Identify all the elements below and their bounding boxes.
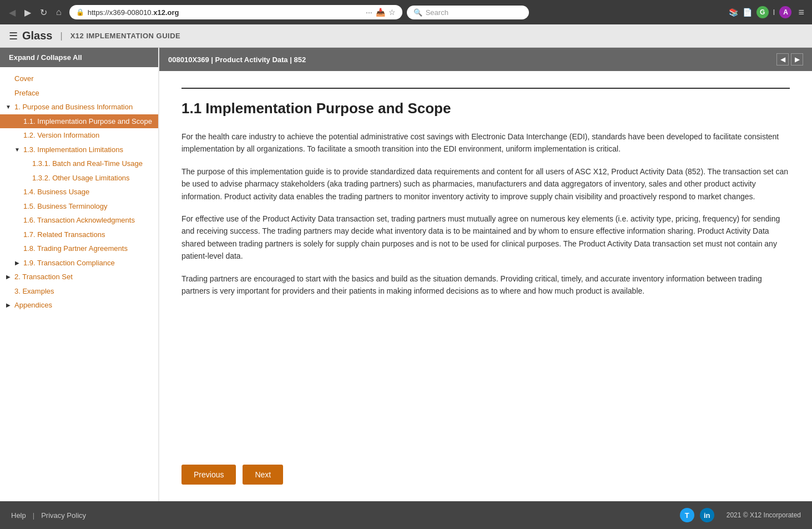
toc-item-s1-1[interactable]: 1.1. Implementation Purpose and Scope	[0, 114, 158, 129]
content-title: 1.1 Implementation Purpose and Scope	[181, 100, 790, 117]
toc-item-s1-3-2[interactable]: 1.3.2. Other Usage Limitations	[0, 171, 158, 185]
content-panel: 008010X369 | Product Activity Data | 852…	[159, 48, 812, 501]
more-icon[interactable]: ···	[366, 8, 372, 17]
footer-privacy-link[interactable]: Privacy Policy	[41, 511, 86, 520]
toc-label-s1-6: 1.6. Transaction Acknowledgments	[23, 215, 135, 226]
footer-separator: |	[33, 511, 34, 520]
back-button[interactable]: ◀	[6, 6, 19, 19]
profile-g-icon[interactable]: G	[756, 6, 769, 18]
toc-item-appendices[interactable]: ▶ Appendices	[0, 298, 158, 313]
address-text: https://x369-008010.x12.org	[88, 8, 362, 17]
toc-item-s1-3-1[interactable]: 1.3.1. Batch and Real-Time Usage	[0, 157, 158, 171]
address-bar-actions: ··· 📥 ☆	[366, 8, 396, 17]
toc-label-s1-9: 1.9. Transaction Compliance	[23, 258, 115, 269]
toc-item-s1-7[interactable]: 1.7. Related Transactions	[0, 228, 158, 242]
content-paragraph-2: The purpose of this implementation guide…	[181, 165, 790, 203]
page-footer: Help | Privacy Policy T in 2021 © X12 In…	[0, 501, 812, 529]
toc-label-s1-8: 1.8. Trading Partner Agreements	[23, 243, 128, 254]
content-body: 1.1 Implementation Purpose and Scope For…	[159, 71, 812, 454]
toc-toggle-s1-3-1	[22, 160, 30, 168]
lock-icon: 🔒	[76, 8, 84, 16]
footer-copyright: 2021 © X12 Incorporated	[727, 511, 801, 519]
toc-toggle-s1-7	[13, 230, 21, 238]
content-prev-arrow[interactable]: ◀	[776, 53, 789, 66]
footer-help-link[interactable]: Help	[11, 511, 26, 520]
toc-toggle-s3	[4, 287, 12, 295]
reload-button[interactable]: ↻	[37, 6, 51, 19]
toc-label-s3: 3. Examples	[14, 286, 54, 297]
toc-toggle-s1-2	[13, 132, 21, 139]
toc-item-cover[interactable]: Cover	[0, 72, 158, 86]
search-icon: 🔍	[413, 8, 422, 17]
main-container: Expand / Collapse All Cover Preface ▼ 1.…	[0, 48, 812, 501]
toc-item-s3[interactable]: 3. Examples	[0, 284, 158, 299]
next-button[interactable]: Next	[243, 465, 283, 485]
content-paragraph-4: Trading partners are encouraged to start…	[181, 273, 790, 298]
toc-item-s1-9[interactable]: ▶ 1.9. Transaction Compliance	[0, 256, 158, 270]
toc-toggle-s1-6	[13, 216, 21, 224]
browser-menu-button[interactable]: ≡	[796, 6, 806, 19]
sidebar-header[interactable]: Expand / Collapse All	[0, 48, 158, 67]
address-bar[interactable]: 🔒 https://x369-008010.x12.org ··· 📥 ☆	[69, 5, 402, 19]
toc-toggle-s1-1	[13, 117, 21, 125]
app-separator: |	[60, 31, 62, 41]
app-subtitle: X12 IMPLEMENTATION GUIDE	[70, 32, 181, 40]
browser-right-icons: 📚 📄 G I A ≡	[729, 6, 806, 19]
content-header-label: 008010X369 | Product Activity Data | 852	[168, 56, 306, 64]
persona-icon[interactable]: I	[773, 8, 775, 17]
previous-button[interactable]: Previous	[181, 465, 236, 485]
toc-label-s1-3-2: 1.3.2. Other Usage Limitations	[32, 173, 130, 184]
content-divider	[181, 88, 790, 89]
toc-toggle-preface	[4, 89, 12, 97]
reader-icon[interactable]: 📄	[743, 8, 752, 17]
content-header: 008010X369 | Product Activity Data | 852…	[159, 48, 812, 71]
search-bar[interactable]: 🔍 Search	[407, 6, 529, 19]
app-menu-button[interactable]: ☰	[9, 30, 18, 42]
toc-toggle-s1-9: ▶	[13, 259, 21, 266]
home-button[interactable]: ⌂	[53, 6, 65, 18]
sidebar: Expand / Collapse All Cover Preface ▼ 1.…	[0, 48, 158, 501]
toc-label-s1-4: 1.4. Business Usage	[23, 187, 89, 198]
library-icon[interactable]: 📚	[729, 8, 738, 17]
app-header: ☰ Glass | X12 IMPLEMENTATION GUIDE	[0, 24, 812, 48]
toc-toggle-s1-5	[13, 202, 21, 210]
toc-toggle-s1-4	[13, 188, 21, 196]
toc-label-s1-3-1: 1.3.1. Batch and Real-Time Usage	[32, 158, 143, 169]
content-next-arrow[interactable]: ▶	[791, 53, 803, 66]
toc-toggle-s2: ▶	[4, 273, 12, 281]
content-footer-buttons: Previous Next	[159, 454, 812, 501]
forward-button[interactable]: ▶	[21, 6, 34, 19]
toc-item-s1[interactable]: ▼ 1. Purpose and Business Information	[0, 100, 158, 114]
toc-label-s1-7: 1.7. Related Transactions	[23, 229, 105, 240]
profile-a-icon[interactable]: A	[779, 6, 791, 18]
toc-item-s1-3[interactable]: ▼ 1.3. Implementation Limitations	[0, 143, 158, 157]
content-paragraph-3: For effective use of the Product Activit…	[181, 213, 790, 263]
footer-social: T in 2021 © X12 Incorporated	[680, 508, 801, 522]
toc-toggle-appendices: ▶	[4, 301, 12, 309]
browser-chrome: ◀ ▶ ↻ ⌂ 🔒 https://x369-008010.x12.org ··…	[0, 0, 812, 24]
toc-label-s1-2: 1.2. Version Information	[23, 130, 99, 141]
toc-item-s1-8[interactable]: 1.8. Trading Partner Agreements	[0, 241, 158, 256]
linkedin-icon[interactable]: in	[700, 508, 714, 522]
toc-item-s1-6[interactable]: 1.6. Transaction Acknowledgments	[0, 213, 158, 228]
toc-item-s1-5[interactable]: 1.5. Business Terminology	[0, 199, 158, 214]
sidebar-content: Cover Preface ▼ 1. Purpose and Business …	[0, 67, 158, 501]
toc-item-s1-2[interactable]: 1.2. Version Information	[0, 128, 158, 143]
toc-label-s1-3: 1.3. Implementation Limitations	[23, 144, 123, 155]
toc-label-s2: 2. Transaction Set	[14, 271, 73, 283]
toc-item-preface[interactable]: Preface	[0, 86, 158, 100]
toc-label-s1: 1. Purpose and Business Information	[14, 102, 133, 113]
content-nav-arrows: ◀ ▶	[776, 53, 803, 66]
content-paragraph-1: For the health care industry to achieve …	[181, 130, 790, 155]
toc-toggle-s1-3: ▼	[13, 145, 21, 153]
twitter-icon[interactable]: T	[680, 508, 694, 522]
toc-item-s1-4[interactable]: 1.4. Business Usage	[0, 185, 158, 199]
toc-label-s1-5: 1.5. Business Terminology	[23, 201, 108, 212]
toc-item-s2[interactable]: ▶ 2. Transaction Set	[0, 270, 158, 284]
bookmark-icon[interactable]: ☆	[389, 8, 396, 17]
pocket-icon[interactable]: 📥	[376, 8, 385, 17]
toc-label-appendices: Appendices	[14, 300, 52, 311]
toc-toggle-s1-3-2	[22, 174, 30, 182]
toc-toggle-cover	[4, 75, 12, 83]
toc-label-s1-1: 1.1. Implementation Purpose and Scope	[23, 116, 152, 127]
